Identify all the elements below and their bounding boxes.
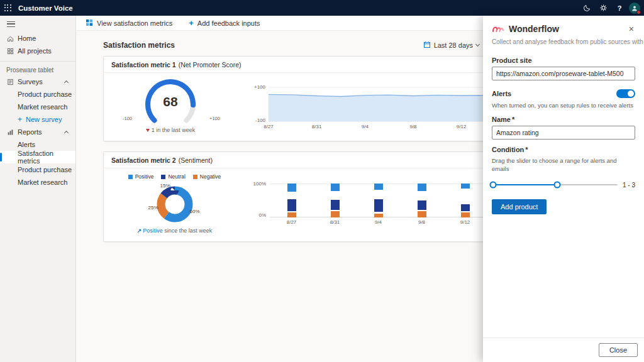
trend-up-icon: ↗: [137, 228, 142, 234]
nps-trend-xlabels: 8/278/319/49/89/12: [269, 124, 486, 131]
sidebar-item-market-research-report[interactable]: Market research: [0, 176, 75, 189]
app-title: Customer Voice: [18, 4, 73, 12]
bars-y-min-label: 0%: [247, 212, 266, 218]
plus-icon: +: [18, 116, 22, 123]
sidebar-item-satisfaction-metrics[interactable]: Satisfaction metrics: [0, 151, 75, 163]
slider-handle-max[interactable]: [553, 182, 560, 189]
required-marker: *: [525, 146, 528, 153]
alerts-row: Alerts: [492, 89, 635, 98]
date-range-label: Last 28 days: [434, 41, 473, 49]
slider-value: 1 - 3: [623, 182, 635, 189]
nps-card-header: Satisfaction metric 1 (Net Promoter Scor…: [104, 57, 536, 73]
calendar-icon: [423, 41, 431, 50]
bars-y-max-label: 100%: [247, 181, 266, 187]
sidebar-item-product-purchase-report[interactable]: Product purchase: [0, 163, 75, 176]
close-icon[interactable]: ×: [626, 23, 636, 35]
reports-icon: [6, 128, 14, 136]
chevron-up-icon: [64, 80, 69, 84]
sentiment-bars-chart: 100% 0% 8/278/319/49/89/12: [246, 168, 510, 241]
close-button[interactable]: Close: [599, 343, 638, 357]
alerts-toggle[interactable]: [616, 89, 635, 98]
sentiment-legend: Positive Neutral Negative: [104, 173, 245, 180]
sidebar-item-new-survey[interactable]: + New survey: [0, 113, 75, 126]
product-site-input[interactable]: [492, 67, 635, 80]
donut-percent-label: 25%: [148, 205, 158, 211]
sidebar-item-product-purchase-survey[interactable]: Product purchase: [0, 88, 75, 101]
wonderflow-logo-icon: [492, 23, 504, 35]
sidebar-collapse-button[interactable]: [0, 16, 75, 32]
note-text: since the last week: [164, 228, 212, 234]
required-marker: *: [512, 116, 514, 123]
command-label: View satisfaction metrics: [97, 19, 172, 27]
label-text: Condition: [492, 146, 524, 153]
sidebar-item-all-projects[interactable]: All projects: [0, 45, 75, 57]
card-title: Satisfaction metric 1: [111, 61, 176, 69]
sidebar-item-label: Home: [18, 35, 36, 42]
help-icon[interactable]: ?: [613, 1, 626, 15]
sidebar-item-market-research-survey[interactable]: Market research: [0, 101, 75, 113]
donut-percent-label: 60%: [189, 209, 199, 214]
nps-trend-svg: [269, 87, 486, 122]
sentiment-card-header: Satisfaction metric 2 (Sentiment): [104, 152, 536, 168]
bar-slot: [453, 184, 478, 217]
view-satisfaction-metrics-button[interactable]: View satisfaction metrics: [86, 19, 172, 28]
alerts-label: Alerts: [492, 90, 511, 97]
topbar-actions: ?: [580, 1, 644, 15]
user-avatar[interactable]: [629, 3, 640, 14]
bar-segment: [418, 184, 426, 191]
bar-segment: [287, 212, 296, 217]
panel-header: Wonderflow ×: [483, 16, 644, 37]
note-word: Positive: [143, 228, 163, 234]
sidebar-section-reports[interactable]: Reports: [0, 126, 75, 138]
date-range-filter[interactable]: Last 28 days: [423, 41, 479, 50]
trend-x-label: 9/4: [362, 124, 369, 129]
nps-card-body: 68 -100 +100 1 in the last week +100 -10…: [104, 73, 536, 141]
bar-segment: [287, 199, 296, 211]
bar-slot: [366, 184, 391, 217]
stacked-bar: [461, 184, 470, 217]
name-input[interactable]: [492, 126, 635, 140]
sidebar-item-alerts[interactable]: Alerts: [0, 138, 75, 151]
legend-item-negative: Negative: [193, 173, 221, 180]
triangle-down-icon: [146, 129, 150, 132]
command-label: Add feedback inputs: [197, 19, 260, 27]
legend-label: Neutral: [168, 173, 185, 180]
card-subtitle: (Sentiment): [179, 156, 213, 164]
legend-label: Positive: [135, 173, 154, 180]
sentiment-bars-plot: [270, 184, 487, 217]
waffle-menu-icon[interactable]: [0, 0, 16, 16]
stacked-bar: [418, 184, 426, 217]
bar-x-label: 9/4: [366, 219, 391, 225]
delta-text: in the last week: [156, 127, 195, 133]
add-feedback-inputs-button[interactable]: + Add feedback inputs: [189, 19, 260, 27]
trend-y-max-label: +100: [248, 84, 265, 90]
legend-item-neutral: Neutral: [161, 173, 185, 180]
nps-delta: 1 in the last week: [104, 127, 237, 133]
sidebar-section-surveys[interactable]: Surveys: [0, 75, 75, 88]
range-slider[interactable]: [492, 180, 618, 189]
donut-percent-label: 15%: [160, 183, 170, 189]
stacked-bar: [374, 184, 383, 217]
trend-y-min-label: -100: [248, 118, 265, 123]
bar-segment: [374, 184, 383, 190]
label-text: Name: [492, 116, 511, 123]
sidebar-item-home[interactable]: Home: [0, 32, 75, 45]
settings-gear-icon[interactable]: [596, 1, 610, 15]
toggle-knob: [628, 90, 634, 97]
trend-x-label: 9/8: [409, 124, 416, 129]
slider-handle-min[interactable]: [490, 182, 497, 189]
bar-segment: [461, 204, 470, 211]
bars-xlabels: 8/278/319/49/89/12: [270, 219, 487, 225]
legend-swatch-positive: [128, 175, 133, 179]
sidebar-item-label: All projects: [18, 47, 52, 55]
sidebar-section-label: Surveys: [18, 78, 43, 85]
sidebar-item-label: New survey: [26, 116, 62, 123]
add-product-button[interactable]: Add product: [492, 199, 547, 214]
quiet-hours-moon-icon[interactable]: [580, 1, 594, 15]
projects-grid-icon: [6, 47, 14, 55]
sidebar-section-label: Reports: [18, 128, 42, 136]
sidebar-divider: [0, 61, 75, 62]
bar-x-label: 9/8: [409, 219, 435, 225]
plus-icon: +: [189, 19, 194, 27]
bar-segment: [374, 214, 383, 217]
